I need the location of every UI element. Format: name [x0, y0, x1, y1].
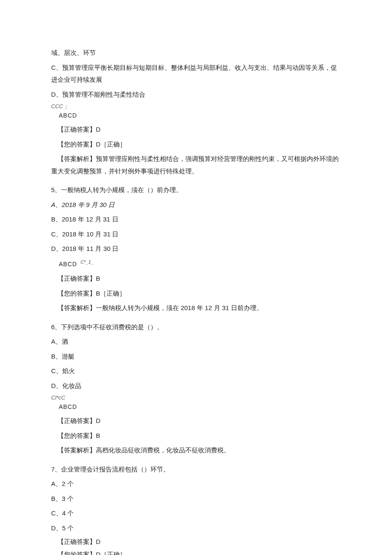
document-page: 域、层次、环节 C、预算管理应平衡长期目标与短期目标、整体利益与局部利益、收入与…: [0, 0, 392, 555]
q6-option-c: C、焰火: [51, 365, 341, 377]
q5-sup-note: C*_1_: [81, 259, 94, 265]
q6-option-b: B、游艇: [51, 351, 341, 363]
q5-option-b: B、2018 年 12 月 31 日: [51, 213, 341, 226]
q5-option-c: C、2018 年 10 月 31 日: [51, 228, 341, 241]
q5-radio-letters: ABCD: [59, 261, 77, 267]
q5-option-d: D、2018 年 11 月 30 日: [51, 243, 341, 255]
q5-correct-answer: 【正确答案】B: [51, 273, 341, 285]
q6-correct-answer: 【正确答案】D: [51, 415, 341, 427]
q6-option-d: D、化妆品: [51, 380, 341, 392]
q4-radio-note: CCC；: [51, 103, 341, 110]
q4-your-answer: 【您的答案】D［正确］: [51, 138, 341, 151]
q7-correct-answer: 【正确答案】D: [51, 537, 341, 546]
q6-option-a: A、酒: [51, 336, 341, 348]
q7-option-a: A、2 个: [51, 478, 341, 490]
q7-stem: 7、企业管理会计报告流程包括（）环节。: [51, 463, 341, 476]
q4-radio-group: CCC； ABCD: [51, 103, 341, 121]
q6-radio-note: Cl*cC: [51, 394, 341, 401]
q6-stem: 6、下列选项中不征收消费税的是（）。: [51, 321, 341, 334]
q7-option-c: C、4 个: [51, 507, 341, 520]
q5: 5、一般纳税人转为小规模，须在（）前办理。 A、2018 年 9 月 30 日 …: [51, 184, 341, 314]
q7-option-d: D、5 个: [51, 522, 341, 535]
q7-option-b: B、3 个: [51, 493, 341, 505]
q6-explanation: 【答案解析】高档化妆品征收消费税，化妆品不征收消费税。: [51, 444, 341, 457]
q5-option-a: A、2018 年 9 月 30 日: [51, 199, 341, 211]
q6: 6、下列选项中不征收消费税的是（）。 A、酒 B、游艇 C、焰火 D、化妆品 C…: [51, 321, 341, 457]
q4-correct-answer: 【正确答案】D: [51, 124, 341, 136]
q4-fragment: 域、层次、环节 C、预算管理应平衡长期目标与短期目标、整体利益与局部利益、收入与…: [51, 47, 341, 177]
q5-radio-group: ABCDC*_1_: [51, 258, 341, 270]
q6-radio-letters: ABCD: [59, 401, 341, 413]
q5-your-answer: 【您的答案】B［正确］: [51, 288, 341, 300]
q6-your-answer: 【您的答案】B: [51, 430, 341, 442]
q5-stem: 5、一般纳税人转为小规模，须在（）前办理。: [51, 184, 341, 196]
q4-option-d: D、预算管理不能刚性与柔性结合: [51, 89, 341, 101]
q5-explanation: 【答案解析】一般纳税人转为小规模，须在 2018 年 12 月 31 日前办理。: [51, 302, 341, 314]
q4-radio-letters: ABCD: [59, 110, 341, 121]
q6-radio-group: Cl*cC ABCD: [51, 394, 341, 412]
q7-your-answer: 【您的答案】D［正确］: [51, 549, 341, 555]
q4-explanation: 【答案解析】预算管理应刚性与柔性相结合，强调预算对经营管理的刚性约束，又可根据内…: [51, 153, 341, 177]
q7: 7、企业管理会计报告流程包括（）环节。 A、2 个 B、3 个 C、4 个 D、…: [51, 463, 341, 555]
q4-option-c: C、预算管理应平衡长期目标与短期目标、整体利益与局部利益、收入与支出、结果与动因…: [51, 62, 341, 86]
q4-line-fragment: 域、层次、环节: [51, 47, 341, 59]
